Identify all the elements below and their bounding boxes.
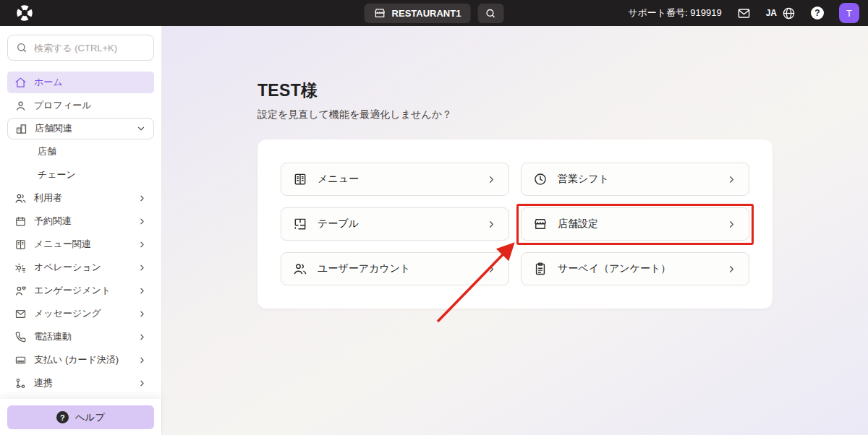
chevron-down-icon xyxy=(136,124,146,134)
building-icon xyxy=(15,123,27,135)
tile-label: 店舗設定 xyxy=(558,218,716,231)
topbar-search-button[interactable] xyxy=(477,4,503,23)
survey-clipboard-icon xyxy=(533,262,548,276)
tile-user-accounts[interactable]: ユーザーアカウント xyxy=(281,252,509,285)
sidebar-footer: ? ヘルプ xyxy=(0,399,161,435)
integration-icon xyxy=(14,377,27,389)
tile-business-shift[interactable]: 営業シフト xyxy=(521,163,749,196)
tile-label: テーブル xyxy=(318,218,476,231)
app-logo-icon[interactable] xyxy=(14,3,35,23)
home-icon xyxy=(14,77,27,89)
chevron-right-icon xyxy=(137,217,147,226)
sidebar-item-chain[interactable]: チェーン xyxy=(7,164,154,186)
sidebar-item-label: チェーン xyxy=(38,168,147,181)
sidebar-item-label: 店舗関連 xyxy=(35,122,129,135)
phone-icon xyxy=(14,331,27,343)
chevron-right-icon xyxy=(137,356,147,365)
operations-icon xyxy=(14,262,27,274)
sidebar-search-box[interactable] xyxy=(7,35,154,61)
chevron-right-icon xyxy=(137,240,147,249)
sidebar-item-label: メッセージング xyxy=(34,307,130,320)
quick-settings-card: メニュー 営業シフト xyxy=(258,139,773,309)
tile-label: サーベイ（アンケート） xyxy=(558,262,716,275)
tile-survey[interactable]: サーベイ（アンケート） xyxy=(521,252,749,285)
sidebar-item-menu-related[interactable]: メニュー関連 xyxy=(7,233,154,255)
sidebar-item-reservations[interactable]: 予約関連 xyxy=(7,210,154,232)
sidebar-item-messaging[interactable]: メッセージング xyxy=(7,303,154,324)
message-icon xyxy=(14,308,27,320)
sidebar-item-label: エンゲージメント xyxy=(34,284,130,297)
tile-label: 営業シフト xyxy=(558,173,716,186)
user-avatar[interactable]: T xyxy=(839,3,859,23)
chevron-right-icon xyxy=(486,219,497,230)
help-icon[interactable]: ? xyxy=(811,7,824,20)
sidebar-item-engagement[interactable]: エンゲージメント xyxy=(7,280,154,301)
sidebar-item-label: 電話連動 xyxy=(34,330,130,343)
sidebar-item-home[interactable]: ホーム xyxy=(7,72,154,93)
sidebar-item-store-related[interactable]: 店舗関連 xyxy=(7,118,154,139)
user-icon xyxy=(14,100,27,112)
page-title: TEST様 xyxy=(258,79,868,102)
chevron-right-icon xyxy=(486,174,497,185)
sidebar-item-integration[interactable]: 連携 xyxy=(7,372,154,394)
sidebar-item-label: 支払い (カード決済) xyxy=(34,353,130,366)
chevron-right-icon xyxy=(137,263,147,272)
sidebar-item-payment[interactable]: 支払い (カード決済) xyxy=(7,349,154,371)
language-code-label: JA xyxy=(766,8,777,18)
storefront-icon xyxy=(533,217,548,231)
engagement-icon xyxy=(14,285,27,297)
tile-label: ユーザーアカウント xyxy=(318,262,476,275)
chevron-right-icon xyxy=(726,174,737,185)
support-number-label: サポート番号: 919919 xyxy=(628,7,722,20)
clock-icon xyxy=(533,172,548,186)
sidebar-item-store[interactable]: 店舗 xyxy=(7,141,154,163)
help-button-label: ヘルプ xyxy=(75,411,105,424)
sidebar-item-label: 予約関連 xyxy=(34,215,130,228)
calendar-icon xyxy=(14,215,27,228)
sidebar-item-label: オペレーション xyxy=(34,261,130,274)
menu-book-icon xyxy=(14,238,27,251)
chevron-right-icon xyxy=(137,332,147,342)
sidebar-item-label: プロフィール xyxy=(34,99,147,112)
store-selector-button[interactable]: RESTAURANT1 xyxy=(365,4,471,23)
chevron-right-icon xyxy=(726,264,737,275)
chevron-right-icon xyxy=(137,286,147,296)
tile-store-settings-wrap: 店舗設定 xyxy=(521,207,749,241)
tile-table[interactable]: テーブル xyxy=(281,207,509,241)
help-button[interactable]: ? ヘルプ xyxy=(7,405,154,429)
sidebar-item-label: 連携 xyxy=(34,376,130,389)
sidebar-item-profile[interactable]: プロフィール xyxy=(7,95,154,116)
sidebar-item-label: メニュー関連 xyxy=(34,238,130,251)
search-icon xyxy=(16,42,27,53)
users-icon xyxy=(293,262,307,276)
payment-icon xyxy=(14,354,27,366)
sidebar-item-phone[interactable]: 電話連動 xyxy=(7,326,154,348)
help-icon: ? xyxy=(56,411,69,423)
store-selector-label: RESTAURANT1 xyxy=(392,8,461,19)
chevron-right-icon xyxy=(137,309,147,319)
menu-book-icon xyxy=(293,172,307,186)
table-plan-icon xyxy=(293,217,307,231)
tile-label: メニュー xyxy=(318,173,476,186)
chevron-right-icon xyxy=(726,219,737,230)
mail-icon[interactable] xyxy=(737,7,751,20)
chevron-right-icon xyxy=(137,194,147,203)
sidebar-item-label: ホーム xyxy=(34,76,147,89)
storefront-icon xyxy=(374,7,386,20)
sidebar: ホーム プロフィール 店舗関連 xyxy=(0,26,162,435)
sidebar-item-label: 利用者 xyxy=(34,191,130,204)
search-icon xyxy=(485,8,496,19)
chevron-right-icon xyxy=(486,264,497,275)
tile-menu[interactable]: メニュー xyxy=(281,163,509,196)
globe-icon xyxy=(782,7,796,20)
sidebar-item-operations[interactable]: オペレーション xyxy=(7,257,154,278)
language-switcher[interactable]: JA xyxy=(766,7,796,20)
search-input[interactable] xyxy=(34,43,145,53)
sidebar-item-label: 店舗 xyxy=(38,145,147,158)
tile-store-settings[interactable]: 店舗設定 xyxy=(521,207,749,241)
page-subtitle: 設定を見直して機能を最適化しませんか？ xyxy=(258,108,868,121)
sidebar-item-guests[interactable]: 利用者 xyxy=(7,187,154,209)
users-icon xyxy=(14,192,27,204)
chevron-right-icon xyxy=(137,379,147,388)
main-content: TEST様 設定を見直して機能を最適化しませんか？ メニュー xyxy=(162,26,868,435)
